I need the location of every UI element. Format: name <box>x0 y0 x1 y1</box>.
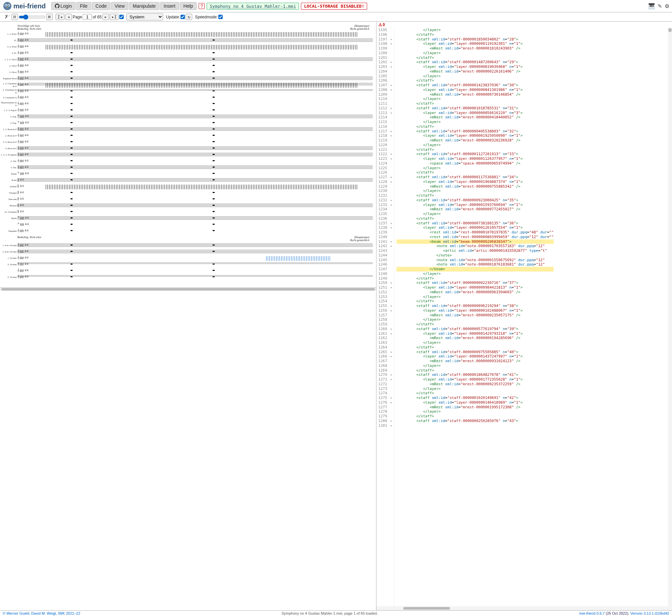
staff-row[interactable]: Triangel‖ 4/4 <box>17 190 373 196</box>
staff-label: 3. Oboe <box>1 71 17 74</box>
staff-row[interactable]: 4. Fl.𝄞 ♯♯♯ 4/4 <box>17 50 373 56</box>
page-input[interactable] <box>83 14 92 20</box>
staff-row[interactable]: 2. Oboe𝄞 ♯♯♯ 4/4 <box>17 63 373 69</box>
engine-link[interactable]: Verovio 3.13.1-010bd42 <box>630 611 669 615</box>
staff-row[interactable]: 2. Violine𝄞 ♯♯♯ 4/4 <box>17 274 373 280</box>
menu-code[interactable]: Code <box>92 2 110 10</box>
app-header: mei-friend Login FileCodeViewManipulateI… <box>0 0 672 12</box>
staff-label: Bassclarinette in A <box>1 101 17 107</box>
staff-lines: 𝄞 ♯♯♯ 4/4 <box>17 256 373 260</box>
staff-row[interactable]: Bassclarinette in A𝄞 ♯♯♯ 4/4 <box>17 101 373 107</box>
staff-lines: 𝄞 ♯♯♯ 4/4 <box>17 89 373 93</box>
main-split: Vorschläge sehr kurz. Bedächtig. Nicht e… <box>0 22 672 610</box>
tempo-mark-right: (Haupttempo) Recht gemächlich <box>350 24 369 30</box>
staff-lines: 𝄞 ♯♯♯ 4/4 <box>17 45 373 49</box>
auto-page-checkbox[interactable] <box>119 15 124 19</box>
staff-lines: 𝄢 ♯♯♯ 4/4 <box>17 223 373 227</box>
staff-row[interactable]: 𝄢 ♯♯♯ 4/4 <box>17 222 373 227</box>
staff-row[interactable]: 1. 2. Flöte𝄞 ♯♯♯ 4/4 <box>17 31 373 37</box>
staff-label: 3. Clarinette A <box>1 96 17 99</box>
prev-page-button[interactable]: ◂ <box>65 14 72 20</box>
zoom-slider[interactable] <box>19 14 45 20</box>
verovio-icon: 𝒱 <box>2 13 9 20</box>
staff-row[interactable]: 2. Violine𝄞 ♯♯♯ 4/4 <box>17 262 373 267</box>
staff-row[interactable]: Tam-tam‖ 4/4 <box>17 196 373 202</box>
app-name: mei-friend <box>13 2 46 10</box>
last-page-button[interactable]: ▸I <box>110 14 119 20</box>
version-link[interactable]: mei-friend 0.6.7 <box>579 611 604 615</box>
staff-row[interactable]: 3. Clarinette A𝄞 ♯♯♯ 4/4 <box>17 95 373 100</box>
staff-row[interactable]: Harfe𝄢 ♯♯♯ 4/4 <box>17 215 373 221</box>
staff-row[interactable]: 1. Violine𝄞 ♯♯♯ 4/4 <box>17 255 373 261</box>
staff-row[interactable]: 3. Fag.𝄢 ♯♯♯ 4/4 <box>17 120 373 126</box>
staff-row[interactable]: Englisch Horn𝄞 ♯♯♯ 4/4 <box>17 76 373 81</box>
staff-row[interactable]: 𝄞 ♯♯♯ 4/4 <box>17 268 373 274</box>
staff-lines: 𝄢 ♯♯♯ 4/4 <box>17 216 373 220</box>
notation-h-scrollbar[interactable] <box>0 287 376 291</box>
menu-manipulate[interactable]: Manipulate <box>129 2 159 10</box>
menu-view[interactable]: View <box>111 2 128 10</box>
next-page-button[interactable]: ▸ <box>102 14 109 20</box>
first-page-button[interactable]: I◂ <box>55 14 65 20</box>
staff-row[interactable]: 2. Solo-Violine𝄞 ♯♯♯ 4/4 <box>17 249 373 254</box>
staff-lines: 𝄞 ♯♯♯ 4/4 <box>17 58 373 62</box>
staff-row[interactable]: 2. Fag.𝄢 ♯♯♯ 4/4 <box>17 114 373 119</box>
staff-lines: ‖ 4/4 <box>17 210 373 214</box>
speedmode-checkbox[interactable] <box>218 15 223 19</box>
staff-row[interactable]: 1. 2. 3. Fagott𝄞 ♯♯♯ 4/4 <box>17 107 373 113</box>
staff-label: Fl. <box>1 39 17 42</box>
status-message: Symphony no 4 Gustav Mahler-1.mei, page … <box>80 611 579 615</box>
rerender-button[interactable]: ↻ <box>186 14 192 20</box>
error-badge[interactable]: ⚠ 0 <box>378 22 385 27</box>
staff-label: Becken <box>1 204 17 207</box>
layout-select[interactable]: System <box>126 13 163 20</box>
staff-lines: 𝄞 ♯♯♯ 4/4 <box>17 153 373 157</box>
copyright-link[interactable]: © Werner Goebl, David M. Weigl, IWK 2021… <box>3 611 80 615</box>
code-v-scrollbar[interactable] <box>668 28 672 606</box>
tempo-mark-mid-right: (Haupttempo) Recht gemächlich <box>350 236 369 242</box>
filename-display[interactable]: Symphony no 4 Gustav Mahler-1.mei <box>207 3 299 10</box>
staff-lines: ‖ 4/4 <box>17 204 373 208</box>
staff-lines: 𝄢 ♯♯♯ 4/4 <box>17 172 373 176</box>
staff-row[interactable]: 3. Oboe𝄞 ♯♯♯ 4/4 <box>17 69 373 75</box>
code-editor[interactable]: 1195 1196 1197 ▾1198 ▾1199 1200 1201 120… <box>376 28 672 606</box>
staff-row[interactable]: 2. Clarinette in A𝄞 ♯♯♯ 4/4 <box>17 88 373 94</box>
staff-row[interactable]: 3. Trp.𝄞 ♯♯♯ 4/4 <box>17 165 373 170</box>
zoom-in-button[interactable]: ⊞ <box>46 14 53 20</box>
staff-row[interactable]: Singstim𝄞 ♯♯♯ 4/4 <box>17 228 373 234</box>
settings-icon[interactable]: ⚙ <box>665 3 669 9</box>
login-button[interactable]: Login <box>51 2 76 10</box>
staff-row[interactable]: 1. Solo-Violine𝄞 ♯♯♯ 4/4 <box>17 242 373 248</box>
staff-row[interactable]: 3. 4. Flöte𝄞 ♯♯♯ 4/4 <box>17 44 373 49</box>
notation-pane[interactable]: Vorschläge sehr kurz. Bedächtig. Nicht e… <box>0 22 376 610</box>
staff-row[interactable]: 2. Trp.𝄞 ♯♯♯ 4/4 <box>17 158 373 164</box>
menu-insert[interactable]: Insert <box>160 2 179 10</box>
staff-row[interactable]: Becken‖ 4/4 <box>17 203 373 208</box>
menu-help[interactable]: Help <box>180 2 197 10</box>
midi-icon[interactable]: 🎹 <box>648 3 655 9</box>
staff-lines: ‖ 4/4 <box>17 197 373 201</box>
staff-label: Englisch Horn <box>1 77 17 80</box>
staff-row[interactable]: Pauke𝄢 ♯♯♯ 4/4 <box>17 171 373 177</box>
update-checkbox[interactable] <box>181 15 185 19</box>
staff-row[interactable]: Gr. Trommel‖ 4/4 <box>17 209 373 215</box>
code-h-scrollbar[interactable] <box>376 606 672 610</box>
staff-row[interactable]: 2. Horn in F𝄞 ♯♯♯ 4/4 <box>17 133 373 138</box>
staff-row[interactable]: Schelle‖ 4/4 <box>17 184 373 189</box>
help-warn-icon[interactable]: ? <box>199 3 205 9</box>
staff-row[interactable]: 1. 2. 3. Trompete𝄞 ♯♯♯ 4/4 <box>17 152 373 158</box>
menubar: Login FileCodeViewManipulateInsertHelp <box>51 2 197 10</box>
staff-row[interactable]: 1. 2. Horn in F𝄞 ♯♯♯ 4/4 <box>17 126 373 132</box>
staff-row[interactable]: Fl.𝄞 ♯♯♯ 4/4 <box>17 37 373 43</box>
staff-row[interactable]: 4. Horn in F𝄞 ♯♯♯ 4/4 <box>17 145 373 151</box>
staff-row[interactable]: 1. 2. Clarinette in A𝄞 ♯♯♯ 4/4 <box>17 82 373 88</box>
staff-label: 2. Fag. <box>1 115 17 118</box>
staff-row[interactable]: 1. 2. 3. Oboe𝄞 ♯♯♯ 4/4 <box>17 57 373 62</box>
menu-file[interactable]: File <box>76 2 91 10</box>
staff-lines: ‖ 4/4 <box>17 185 373 189</box>
edit-icon[interactable]: ✎ <box>658 3 662 9</box>
zoom-out-button[interactable]: ⊟ <box>11 14 18 20</box>
staff-row[interactable]: 3. 4. Horn in F𝄞 ♯♯♯ 4/4 <box>17 139 373 145</box>
notation-toolbar: 𝒱 ⊟ ⊞ I◂ ◂ Page of 65 ▸ ▸I System Update… <box>0 12 672 22</box>
staff-row[interactable]: Rolle‖ 4/4 <box>17 177 373 183</box>
